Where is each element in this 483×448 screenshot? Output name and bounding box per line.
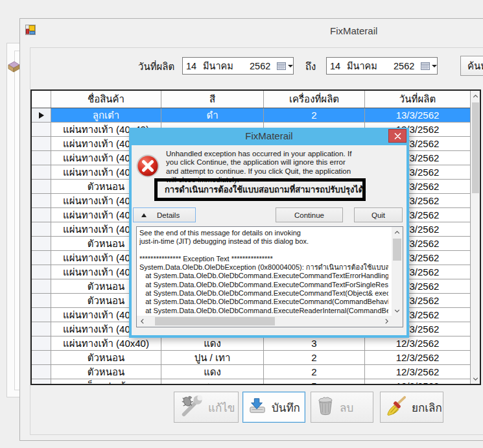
date-from-year[interactable]: 2562 bbox=[250, 61, 276, 71]
date-from-picker[interactable]: 14 มีนาคม 2562 bbox=[182, 57, 294, 75]
scroll-up-icon[interactable] bbox=[471, 91, 480, 101]
grid-cell[interactable]: 2 bbox=[264, 351, 365, 364]
exception-details-textbox[interactable]: See the end of this message for details … bbox=[136, 226, 403, 327]
row-selector-cell[interactable] bbox=[32, 180, 51, 193]
quit-button[interactable]: Quit bbox=[354, 207, 403, 222]
grid-cell[interactable]: 2 bbox=[264, 108, 365, 122]
column-header-color[interactable]: สี bbox=[161, 91, 264, 108]
table-row[interactable]: แผ่นทางเท้า (40x40)แดง312/3/2562 bbox=[32, 336, 480, 351]
row-selector-cell[interactable] bbox=[32, 222, 51, 236]
grid-cell[interactable]: 12/3/2562 bbox=[365, 365, 470, 379]
save-icon bbox=[248, 397, 266, 418]
grid-cell[interactable]: ปูน / เทา bbox=[161, 351, 264, 364]
row-selector-cell[interactable] bbox=[32, 108, 51, 122]
grid-cell[interactable]: 3 bbox=[264, 336, 365, 350]
delete-button[interactable]: ลบ bbox=[311, 392, 373, 423]
trash-icon bbox=[316, 396, 335, 419]
row-selector-cell[interactable] bbox=[32, 194, 51, 207]
row-selector-cell[interactable] bbox=[32, 137, 51, 150]
date-to-year[interactable]: 2562 bbox=[394, 61, 419, 71]
grid-cell[interactable]: ตัวหนอน bbox=[51, 365, 161, 379]
grid-cell[interactable]: แผ่นทางเท้า (40x40) bbox=[51, 336, 161, 350]
delete-button-label: ลบ bbox=[340, 399, 353, 416]
details-hscrollbar-thumb[interactable] bbox=[155, 317, 275, 325]
row-selector-cell[interactable] bbox=[32, 265, 51, 279]
grid-cell[interactable]: ลูกเต๋า bbox=[51, 108, 161, 122]
grid-cell[interactable]: แดง bbox=[161, 365, 264, 379]
scroll-down-icon[interactable] bbox=[471, 373, 480, 384]
table-row[interactable]: บล็อกปูหญ้าแซมอน512/3/2562 bbox=[32, 379, 480, 385]
row-selector-cell[interactable] bbox=[32, 379, 51, 385]
current-row-arrow-icon bbox=[39, 112, 44, 119]
row-selector-cell[interactable] bbox=[32, 251, 51, 265]
details-vertical-scrollbar[interactable] bbox=[392, 227, 403, 316]
grid-cell[interactable]: 5 bbox=[264, 379, 365, 385]
details-button[interactable]: Details bbox=[133, 207, 196, 222]
grid-cell[interactable]: บล็อกปูหญ้า bbox=[51, 379, 161, 385]
table-row[interactable]: ลูกเต๋าดำ213/3/2562 bbox=[32, 108, 480, 123]
dialog-body: Unhandled exception has occurred in your… bbox=[132, 145, 406, 335]
row-selector-cell[interactable] bbox=[32, 322, 51, 336]
table-row[interactable]: ตัวหนอนปูน / เทา212/3/2562 bbox=[32, 351, 480, 365]
calendar-dropdown-icon[interactable] bbox=[421, 62, 437, 70]
column-header-product[interactable]: ชื่อสินค้า bbox=[51, 91, 161, 108]
save-button[interactable]: บันทึก bbox=[242, 392, 305, 423]
table-row[interactable]: ตัวหนอนแดง212/3/2562 bbox=[32, 365, 480, 379]
grid-cell[interactable]: 2 bbox=[264, 365, 365, 379]
details-line: System.Data.OleDb.OleDbException (0x8000… bbox=[139, 263, 388, 272]
details-scrollbar-thumb[interactable] bbox=[393, 239, 401, 261]
details-button-label: Details bbox=[157, 211, 180, 219]
screen: FixMaterail วันที่ผลิต 14 มีนาคม 2562 ถึ… bbox=[0, 0, 483, 448]
continue-button[interactable]: Continue bbox=[276, 207, 343, 222]
exception-details-text: See the end of this message for details … bbox=[139, 229, 388, 315]
date-to-month[interactable]: มีนาคม bbox=[347, 58, 394, 73]
row-selector-cell[interactable] bbox=[32, 351, 51, 364]
scrollbar-corner bbox=[392, 316, 403, 327]
row-selector-cell[interactable] bbox=[32, 279, 51, 293]
date-from-day[interactable]: 14 bbox=[186, 61, 203, 71]
close-icon[interactable] bbox=[388, 129, 406, 143]
broom-icon bbox=[386, 395, 406, 419]
column-header-machine[interactable]: เครื่องที่ผลิต bbox=[264, 91, 365, 108]
row-selector-cell[interactable] bbox=[32, 208, 51, 222]
grid-cell[interactable]: 13/3/2562 bbox=[365, 108, 470, 122]
grid-cell[interactable]: แซมอน bbox=[161, 379, 264, 385]
grid-cell[interactable]: ตัวหนอน bbox=[51, 351, 161, 364]
row-selector-cell[interactable] bbox=[32, 365, 51, 379]
details-line: at System.Data.OleDb.OleDbCommand.Execut… bbox=[139, 281, 388, 289]
grid-cell[interactable]: แดง bbox=[161, 336, 264, 350]
production-date-label: วันที่ผลิต bbox=[138, 59, 174, 75]
grid-vertical-scrollbar[interactable] bbox=[470, 91, 480, 384]
row-selector-cell[interactable] bbox=[32, 165, 51, 179]
to-label: ถึง bbox=[305, 59, 316, 75]
dialog-title: FixMaterail bbox=[129, 130, 409, 141]
row-selector-cell[interactable] bbox=[32, 294, 51, 307]
grid-cell[interactable]: 12/3/2562 bbox=[365, 379, 470, 385]
grid-header-row: ชื่อสินค้า สี เครื่องที่ผลิต วันที่ผลิต bbox=[32, 91, 480, 108]
date-to-picker[interactable]: 14 มีนาคม 2562 bbox=[326, 57, 438, 75]
highlighted-error-box: การดำเนินการต้องใช้แบบสอบถามที่สามารถปรั… bbox=[154, 178, 366, 201]
details-horizontal-scrollbar[interactable] bbox=[137, 316, 392, 327]
search-button[interactable]: ค้นหา bbox=[460, 56, 483, 76]
cancel-button[interactable]: ยกเลิก bbox=[380, 392, 443, 423]
row-selector-cell[interactable] bbox=[32, 151, 51, 165]
date-to-day[interactable]: 14 bbox=[330, 61, 347, 71]
scroll-left-icon[interactable] bbox=[137, 316, 147, 327]
edit-button[interactable]: แก้ไข bbox=[174, 392, 239, 423]
date-from-month[interactable]: มีนาคม bbox=[203, 58, 250, 73]
row-selector-cell[interactable] bbox=[32, 308, 51, 322]
details-line: at System.Data.OleDb.OleDbCommand.Execut… bbox=[139, 298, 388, 306]
scroll-down-icon[interactable] bbox=[392, 305, 403, 316]
calendar-dropdown-icon[interactable] bbox=[277, 62, 293, 70]
grid-cell[interactable]: ดำ bbox=[161, 108, 264, 122]
row-selector-cell[interactable] bbox=[32, 123, 51, 136]
scroll-right-icon[interactable] bbox=[381, 316, 392, 327]
row-selector-cell[interactable] bbox=[32, 237, 51, 250]
column-header-date[interactable]: วันที่ผลิต bbox=[365, 91, 470, 108]
grid-cell[interactable]: 12/3/2562 bbox=[365, 336, 470, 350]
grid-scrollbar-thumb[interactable] bbox=[472, 102, 479, 193]
details-line bbox=[139, 246, 388, 255]
grid-cell[interactable]: 12/3/2562 bbox=[365, 351, 470, 364]
row-selector-cell[interactable] bbox=[32, 336, 51, 350]
scroll-up-icon[interactable] bbox=[392, 227, 403, 237]
